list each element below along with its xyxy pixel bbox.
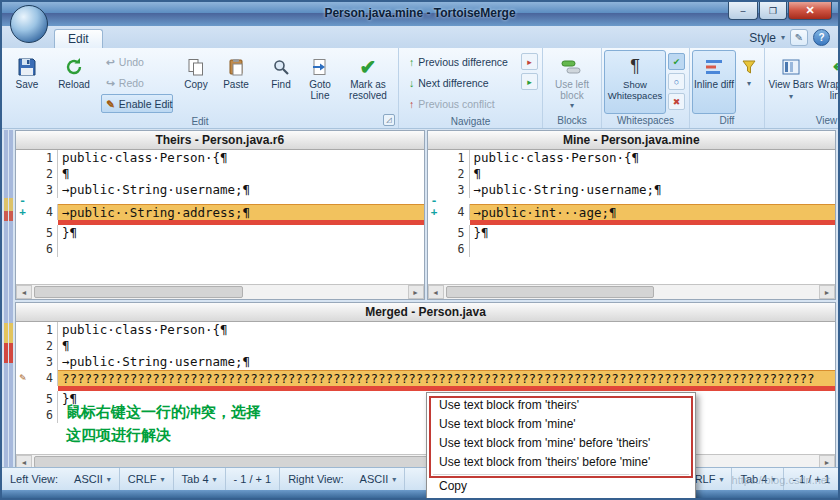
menu-item-use-mine[interactable]: Use text block from 'mine'	[427, 415, 695, 434]
view-bars-icon	[782, 54, 800, 79]
app-logo-icon[interactable]	[10, 5, 48, 43]
code-line[interactable]: 3→public·String·username;¶	[428, 182, 836, 198]
style-selector[interactable]: Style	[749, 31, 776, 45]
code-line[interactable]: 2¶	[428, 166, 836, 182]
code-line[interactable]: 6	[428, 241, 836, 257]
scrollbar-thumb[interactable]	[34, 286, 243, 298]
chevron-down-icon: ▾	[719, 475, 723, 484]
enable-edit-button[interactable]: ✎ Enable Edit	[101, 94, 173, 113]
code-line[interactable]: 1public·class·Person·{¶	[16, 322, 835, 338]
code-line[interactable]: 3→public·String·username;¶	[16, 354, 835, 370]
horizontal-scrollbar[interactable]: ◄ ►	[16, 284, 424, 299]
right-encoding-select[interactable]: ASCII▾	[352, 468, 406, 490]
next-difference-button[interactable]: ↓ Next difference	[404, 73, 516, 92]
menu-item-mine-before-theirs[interactable]: Use text block from 'mine' before 'their…	[427, 434, 695, 453]
goto-line-icon	[311, 54, 329, 79]
find-button[interactable]: Find	[262, 50, 300, 115]
code-line[interactable]: 1public·class·Person·{¶	[16, 150, 424, 166]
theirs-code-area[interactable]: 1public·class·Person·{¶ 2¶ 3→public·Stri…	[16, 150, 424, 284]
arrow-down-icon: ↓	[409, 77, 414, 89]
locator-bars[interactable]	[4, 130, 13, 468]
previous-difference-button[interactable]: ↑ Previous difference	[404, 52, 516, 71]
mine-code-area[interactable]: 1public·class·Person·{¶ 2¶ 3→public·Stri…	[428, 150, 836, 284]
locator-bar-left[interactable]	[4, 130, 8, 468]
group-label-navigate: Navigate	[399, 115, 542, 128]
close-button[interactable]: ✕	[788, 2, 832, 20]
minimize-button[interactable]: –	[728, 2, 758, 20]
next-conflict-mini-icon[interactable]: ▸	[521, 53, 538, 70]
whitespace-check-icon[interactable]: ✔	[668, 53, 685, 70]
conflict-line[interactable]: +4→public··String·address;¶	[16, 204, 424, 220]
conflict-line[interactable]: +4→public·int···age;¶	[428, 204, 836, 220]
use-left-block-button[interactable]: Use left block ▾	[545, 50, 599, 114]
left-diff-counts: - 1 / + 1	[226, 468, 281, 490]
copy-button[interactable]: Copy	[176, 50, 216, 115]
tab-edit[interactable]: Edit	[54, 29, 103, 48]
paste-button[interactable]: Paste	[216, 50, 256, 115]
save-button[interactable]: Save	[4, 50, 50, 115]
scroll-left-icon[interactable]: ◄	[428, 285, 444, 299]
group-edit: Save Reload ↩ Undo ↪ Redo	[2, 48, 399, 128]
conflict-line[interactable]: ✎4??????????????????????????????????????…	[16, 370, 835, 386]
arrow-up-conflict-icon: ↑	[409, 98, 414, 110]
previous-conflict-button[interactable]: ↑ Previous conflict	[404, 94, 516, 113]
watermark: https://blog.csdn.net	[732, 474, 830, 486]
reload-icon	[64, 54, 84, 79]
horizontal-scrollbar[interactable]: ◄ ►	[428, 284, 836, 299]
whitespace-x-icon[interactable]: ✖	[668, 93, 685, 110]
code-line[interactable]: 2¶	[16, 338, 835, 354]
paste-icon	[227, 54, 245, 79]
mark-resolved-button[interactable]: ✔ Mark as resolved	[340, 50, 396, 115]
undo-icon: ↩	[106, 56, 115, 68]
left-eol-select[interactable]: CRLF▾	[120, 468, 174, 490]
whitespace-circle-icon[interactable]: ○	[668, 73, 685, 90]
wrap-lines-icon: ↩	[833, 54, 840, 79]
left-tab-select[interactable]: Tab 4▾	[174, 468, 226, 490]
theirs-pane-title: Theirs - Person.java.r6	[16, 131, 424, 150]
code-line[interactable]: 1public·class·Person·{¶	[428, 150, 836, 166]
mine-pane: Mine - Person.java.mine 1public·class·Pe…	[427, 130, 837, 300]
menu-item-use-theirs[interactable]: Use text block from 'theirs'	[427, 396, 695, 415]
scroll-right-icon[interactable]: ►	[819, 285, 835, 299]
edit-group-launcher-icon[interactable]: ◿	[383, 114, 395, 126]
left-encoding-select[interactable]: ASCII▾	[66, 468, 120, 490]
locator-bar-right[interactable]	[9, 130, 13, 468]
help-button[interactable]: ?	[813, 29, 830, 46]
redo-icon: ↪	[106, 77, 115, 89]
menu-item-theirs-before-mine[interactable]: Use text block from 'theirs' before 'min…	[427, 453, 695, 472]
inline-diff-button[interactable]: Inline diff	[692, 50, 736, 114]
show-whitespaces-button[interactable]: ¶ Show Whitespaces	[604, 50, 666, 114]
undo-button[interactable]: ↩ Undo	[101, 52, 173, 71]
scroll-left-icon[interactable]: ◄	[16, 285, 32, 299]
titlebar[interactable]: Person.java.mine - TortoiseMerge	[2, 2, 838, 26]
redo-button[interactable]: ↪ Redo	[101, 73, 173, 92]
code-line[interactable]: 6	[16, 241, 424, 257]
group-label-view: View	[765, 114, 840, 128]
code-line[interactable]: 5}¶	[16, 225, 424, 241]
prev-inline-mini-icon[interactable]: ▸	[521, 73, 538, 90]
filter-button[interactable]: ▾	[736, 50, 762, 114]
scroll-right-icon[interactable]: ►	[408, 285, 424, 299]
wrap-long-lines-button[interactable]: ↩ Wrap long lines	[815, 50, 840, 114]
group-label-whitespaces: Whitespaces	[602, 114, 689, 128]
edit-pencil-marker-icon: ✎	[16, 370, 29, 386]
goto-line-button[interactable]: Goto Line	[300, 50, 340, 115]
chevron-down-icon: ▾	[107, 475, 111, 484]
menu-item-copy[interactable]: Copy	[427, 477, 695, 496]
code-line[interactable]: 2¶	[16, 166, 424, 182]
maximize-button[interactable]: ❐	[759, 2, 787, 20]
code-line[interactable]: 5}¶	[428, 225, 836, 241]
funnel-icon	[742, 54, 756, 79]
group-blocks: Use left block ▾ Blocks	[543, 48, 602, 128]
menu-item-cut[interactable]: Cut	[427, 496, 695, 500]
arrow-up-icon: ↑	[409, 56, 414, 68]
code-line[interactable]: 3→public·String·username;¶	[16, 182, 424, 198]
annotation-text: 鼠标右键这一行的冲突，选择 这四项进行解决	[66, 400, 261, 446]
scrollbar-thumb[interactable]	[446, 286, 655, 298]
view-bars-button[interactable]: View Bars ▾	[767, 50, 815, 114]
reload-button[interactable]: Reload	[50, 50, 98, 115]
inline-diff-icon	[705, 54, 723, 79]
pencil-style-icon[interactable]: ✎	[790, 29, 808, 46]
use-left-block-icon	[561, 54, 583, 79]
chevron-down-icon: ▾	[213, 475, 217, 484]
